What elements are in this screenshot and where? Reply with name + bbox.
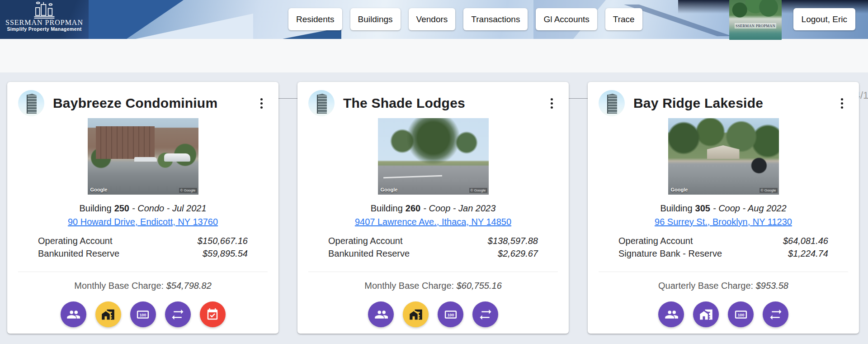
- card-header: Bay Ridge Lakeside: [588, 82, 859, 116]
- nav-trace-button[interactable]: Trace: [605, 8, 642, 30]
- google-copyright: © Google: [179, 188, 197, 193]
- streetview-image: Google © Google: [378, 118, 489, 195]
- svg-text:100: 100: [737, 312, 744, 317]
- money-action-button[interactable]: 100: [438, 301, 463, 327]
- brand-logo: SSERMAN PROPMAN Simplify Property Manage…: [0, 0, 89, 39]
- account-row: Bankunited Reserve $2,629.67: [328, 247, 538, 260]
- main-nav: Residents Buildings Vendors Transactions…: [288, 8, 642, 30]
- base-charge-line: Monthly Base Charge: $54,798.82: [7, 281, 278, 291]
- building-action-button[interactable]: [95, 301, 121, 327]
- building-action-button[interactable]: [403, 301, 429, 327]
- transactions-action-button[interactable]: [165, 301, 191, 327]
- nav-transactions-button[interactable]: Transactions: [463, 8, 528, 30]
- building-meta: - Coop - Aug 2022: [713, 203, 787, 213]
- card-header: The Shade Lodges: [297, 82, 569, 116]
- header-decor-shape: [89, 0, 184, 39]
- svg-text:100: 100: [140, 312, 146, 317]
- building-number: 305: [695, 203, 710, 213]
- card-menu-button[interactable]: [543, 94, 560, 112]
- address-link[interactable]: 9407 Lawrence Ave., Ithaca, NY 14850: [355, 217, 511, 227]
- card-actions: 100: [7, 301, 278, 327]
- address-link[interactable]: 96 Surrey St., Brooklyn, NY 11230: [655, 217, 792, 227]
- base-charge-amount: $60,755.16: [457, 281, 502, 291]
- home-building-icon: [699, 308, 713, 321]
- base-charge-amount: $54,798.82: [166, 281, 212, 291]
- calendar-check-icon: [206, 308, 219, 321]
- account-row: Operating Account $138,597.88: [328, 234, 538, 247]
- building-avatar: [308, 90, 335, 116]
- building-card-shade-lodges: The Shade Lodges Google © Google Buildin…: [297, 82, 569, 334]
- calendar-action-button[interactable]: [200, 301, 226, 327]
- card-menu-button[interactable]: [253, 94, 269, 112]
- residents-action-button[interactable]: [368, 301, 394, 327]
- transactions-action-button[interactable]: [472, 301, 498, 327]
- card-title: Bay Ridge Lakeside: [633, 96, 763, 111]
- money-100-icon: 100: [444, 308, 458, 321]
- base-charge-line: Quarterly Base Charge: $953.58: [588, 281, 859, 291]
- google-watermark: Google: [90, 187, 108, 192]
- account-balance: $138,597.88: [488, 234, 538, 247]
- city-buildings-icon: [33, 1, 56, 19]
- residents-action-button[interactable]: [61, 301, 86, 327]
- people-icon: [665, 308, 678, 321]
- header-decor-shape: [136, 14, 253, 39]
- building-number: 250: [114, 203, 129, 213]
- card-title: The Shade Lodges: [343, 96, 465, 111]
- building-illustration-icon: [317, 94, 327, 114]
- people-icon: [374, 308, 388, 321]
- svg-text:100: 100: [447, 312, 454, 317]
- building-cards: Baybreeze Condominium Google © Google Bu…: [0, 72, 868, 344]
- money-100-icon: 100: [136, 308, 150, 321]
- promo-photo: SSERMAN PROPMAN: [729, 0, 782, 40]
- nav-gl-accounts-button[interactable]: Gl Accounts: [536, 8, 597, 30]
- google-watermark: Google: [381, 187, 398, 192]
- money-action-button[interactable]: 100: [130, 301, 156, 327]
- base-charge-label: Monthly Base Charge:: [74, 281, 164, 291]
- account-row: Signature Bank - Reserve $1,224.74: [618, 247, 828, 260]
- building-info-line: Building260- Coop - Jan 2023: [297, 203, 569, 214]
- swap-arrows-icon: [769, 308, 783, 321]
- divider: [308, 272, 558, 272]
- money-action-button[interactable]: 100: [728, 301, 754, 327]
- account-row: Operating Account $150,667.16: [38, 234, 248, 247]
- promo-caption: SSERMAN PROPMAN: [735, 23, 776, 29]
- home-building-icon: [101, 308, 115, 321]
- streetview-image: Google © Google: [88, 118, 198, 195]
- nav-buildings-button[interactable]: Buildings: [350, 8, 401, 30]
- residents-action-button[interactable]: [658, 301, 684, 327]
- streetview-image: Google © Google: [668, 118, 779, 195]
- account-balance: $64,081.46: [783, 234, 828, 247]
- logout-button[interactable]: Logout, Eric: [793, 8, 855, 30]
- card-actions: 100: [297, 301, 569, 327]
- building-avatar: [599, 90, 625, 116]
- home-building-icon: [409, 308, 423, 321]
- divider: [18, 272, 268, 272]
- address-link[interactable]: 90 Howard Drive, Endicott, NY 13760: [68, 217, 218, 227]
- building-avatar: [18, 90, 44, 116]
- account-balance: $2,629.67: [498, 247, 538, 260]
- swap-arrows-icon: [171, 308, 184, 321]
- account-balance: $1,224.74: [788, 247, 828, 260]
- account-name: Operating Account: [328, 234, 403, 247]
- account-row: Bankunited Reserve $59,895.54: [38, 247, 248, 260]
- google-copyright: © Google: [760, 188, 778, 193]
- account-name: Bankunited Reserve: [38, 247, 119, 260]
- top-header: SSERMAN PROPMAN Simplify Property Manage…: [0, 0, 868, 39]
- building-card-bay-ridge: Bay Ridge Lakeside Google © Google Build…: [588, 82, 859, 334]
- kebab-menu-icon: [260, 98, 263, 100]
- divider: [599, 272, 848, 272]
- google-copyright: © Google: [469, 188, 487, 193]
- money-100-icon: 100: [734, 308, 748, 321]
- nav-vendors-button[interactable]: Vendors: [409, 8, 456, 30]
- building-action-button[interactable]: [693, 301, 719, 327]
- base-charge-line: Monthly Base Charge: $60,755.16: [297, 281, 569, 291]
- transactions-action-button[interactable]: [763, 301, 788, 327]
- brand-name: SSERMAN PROPMAN: [5, 19, 83, 26]
- nav-residents-button[interactable]: Residents: [288, 8, 342, 30]
- card-header: Baybreeze Condominium: [7, 82, 278, 116]
- card-menu-button[interactable]: [834, 94, 850, 112]
- kebab-menu-icon: [841, 98, 843, 100]
- accounts-list: Operating Account $138,597.88 Bankunited…: [328, 234, 538, 260]
- card-actions: 100: [588, 301, 859, 327]
- account-balance: $150,667.16: [198, 234, 248, 247]
